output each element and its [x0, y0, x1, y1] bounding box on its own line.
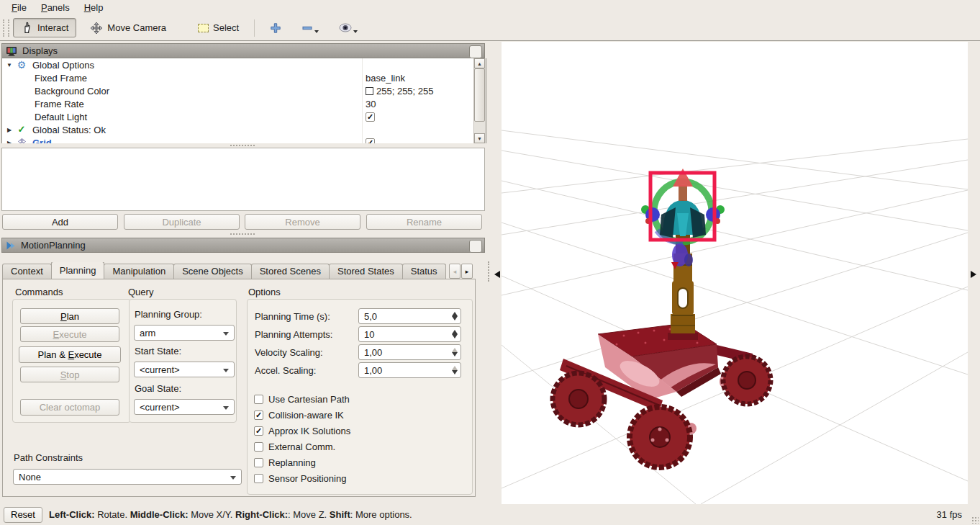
- collision-aware-ik-option[interactable]: Collision-aware IK: [254, 410, 344, 421]
- clear-octomap-button[interactable]: Clear octomap: [20, 399, 119, 416]
- frame-rate-value[interactable]: 30: [366, 97, 376, 110]
- tab-context[interactable]: Context: [2, 264, 52, 279]
- expander-right-icon[interactable]: ▶: [6, 127, 13, 133]
- goal-state-dropdown[interactable]: <current>: [134, 399, 235, 415]
- splitter-handle[interactable]: [230, 145, 255, 146]
- remove-display-button[interactable]: Remove: [245, 214, 360, 230]
- resize-grip[interactable]: [971, 516, 979, 524]
- dock-splitter-handle[interactable]: [488, 261, 489, 282]
- chevron-down-icon: [314, 30, 319, 33]
- reset-button[interactable]: Reset: [4, 507, 42, 523]
- menu-help[interactable]: Help: [77, 1, 111, 14]
- tree-row-default-light[interactable]: Default Light: [2, 110, 486, 123]
- zoom-in-tool-button[interactable]: [262, 18, 289, 37]
- velocity-scaling-value: 1,00: [364, 347, 382, 358]
- plan-button[interactable]: Plan: [20, 308, 119, 324]
- tab-manipulation[interactable]: Manipulation: [104, 264, 174, 279]
- scrollbar-thumb[interactable]: [474, 68, 485, 122]
- path-constraints-dropdown[interactable]: None: [13, 469, 242, 485]
- expander-right-icon[interactable]: ▶: [6, 140, 13, 144]
- use-cartesian-path-option[interactable]: Use Cartesian Path: [254, 394, 350, 405]
- start-state-dropdown[interactable]: <current>: [134, 362, 235, 377]
- tree-row-background-color[interactable]: Background Color 255; 255; 255: [2, 84, 486, 97]
- stop-button[interactable]: Stop: [20, 367, 119, 382]
- tab-planning[interactable]: Planning: [51, 262, 105, 279]
- expander-down-icon[interactable]: ▼: [6, 62, 13, 68]
- tab-scroll-right-icon[interactable]: ▸: [461, 264, 473, 279]
- displays-panel-title: Displays: [22, 45, 58, 56]
- external-comm-checkbox[interactable]: [254, 442, 263, 452]
- focus-camera-tool-button[interactable]: [331, 18, 366, 37]
- tree-row-grid[interactable]: ▶ Grid: [2, 136, 486, 143]
- tab-scene-objects[interactable]: Scene Objects: [173, 264, 252, 279]
- default-light-checkbox[interactable]: [366, 112, 375, 122]
- sensor-positioning-option[interactable]: Sensor Positioning: [254, 473, 346, 484]
- move-camera-tool-label: Move Camera: [107, 22, 166, 33]
- add-display-button[interactable]: Add: [2, 214, 118, 230]
- tab-stored-scenes[interactable]: Stored Scenes: [251, 264, 330, 279]
- spin-down-icon[interactable]: [452, 370, 458, 374]
- collapse-left-icon[interactable]: [494, 271, 500, 278]
- replanning-option[interactable]: Replanning: [254, 457, 316, 468]
- external-comm-label: External Comm.: [268, 441, 335, 452]
- interactive-marker[interactable]: [641, 169, 725, 269]
- use-cartesian-path-checkbox[interactable]: [254, 395, 263, 404]
- velocity-scaling-spinbox[interactable]: 1,00: [358, 344, 461, 360]
- menu-file[interactable]: File: [4, 1, 34, 14]
- expand-right-icon[interactable]: [971, 271, 976, 278]
- menu-help-rest: elp: [91, 2, 103, 13]
- scroll-up-icon[interactable]: ▲: [474, 58, 485, 68]
- planning-group-dropdown[interactable]: arm: [134, 325, 235, 341]
- displays-panel-header[interactable]: Displays: [1, 43, 485, 58]
- path-constraints-heading: Path Constraints: [14, 452, 83, 463]
- scroll-down-icon[interactable]: ▼: [474, 133, 485, 143]
- replanning-checkbox[interactable]: [254, 458, 263, 467]
- motion-planning-panel-toggle-button[interactable]: [469, 240, 482, 253]
- zoom-out-tool-button[interactable]: [294, 18, 327, 37]
- menu-bar: File Panels Help: [0, 0, 980, 15]
- execute-button[interactable]: Execute: [20, 326, 119, 342]
- splitter-handle[interactable]: [230, 233, 255, 235]
- sensor-positioning-checkbox[interactable]: [254, 474, 263, 483]
- tree-row-global-status[interactable]: ▶ ✓ Global Status: Ok: [2, 123, 486, 136]
- approx-ik-solutions-option[interactable]: Approx IK Solutions: [254, 426, 350, 436]
- collision-aware-ik-checkbox[interactable]: [254, 410, 263, 420]
- interact-tool-label: Interact: [37, 22, 68, 33]
- background-color-value[interactable]: 255; 255; 255: [366, 84, 434, 97]
- plan-and-execute-button[interactable]: Plan & Execute: [19, 346, 121, 363]
- fixed-frame-value[interactable]: base_link: [366, 71, 405, 84]
- displays-tree: ▼ ⚙ Global Options Fixed Frame base_link…: [1, 58, 486, 143]
- planning-time-spinbox[interactable]: 5,0: [358, 308, 461, 324]
- tab-stored-states[interactable]: Stored States: [329, 264, 403, 279]
- duplicate-display-button[interactable]: Duplicate: [124, 214, 240, 230]
- spin-down-icon[interactable]: [452, 334, 458, 338]
- grid-checkbox[interactable]: [366, 138, 375, 144]
- spin-down-icon[interactable]: [452, 352, 458, 356]
- toolbar-drag-handle[interactable]: [3, 19, 9, 37]
- move-camera-tool-button[interactable]: Move Camera: [82, 18, 174, 37]
- select-tool-button[interactable]: Select: [190, 18, 247, 37]
- frame-rate-text: 30: [366, 99, 376, 109]
- tab-scroll-left-icon[interactable]: ◂: [449, 264, 460, 279]
- tree-row-fixed-frame[interactable]: Fixed Frame base_link: [2, 71, 486, 84]
- execute-label-accel: E: [53, 329, 60, 340]
- tree-scrollbar[interactable]: ▲ ▼: [473, 58, 486, 143]
- rename-display-button[interactable]: Rename: [366, 214, 482, 230]
- check-icon: ✓: [15, 124, 28, 135]
- grid-icon: [15, 137, 28, 144]
- spin-down-icon[interactable]: [452, 316, 458, 320]
- tree-row-label: Global Status: Ok: [32, 125, 106, 135]
- 3d-viewport[interactable]: [502, 42, 968, 504]
- planning-attempts-spinbox[interactable]: 10: [358, 326, 461, 342]
- external-comm-option[interactable]: External Comm.: [254, 441, 335, 452]
- menu-panels[interactable]: Panels: [34, 1, 77, 14]
- tree-row-frame-rate[interactable]: Frame Rate 30: [2, 97, 486, 110]
- interact-tool-button[interactable]: Interact: [13, 18, 76, 37]
- displays-panel-toggle-button[interactable]: [469, 45, 482, 58]
- accel-scaling-spinbox[interactable]: 1,00: [358, 362, 461, 378]
- planning-group-label: Planning Group:: [135, 309, 202, 320]
- tree-row-global-options[interactable]: ▼ ⚙ Global Options: [2, 58, 486, 71]
- approx-ik-solutions-checkbox[interactable]: [254, 426, 263, 436]
- motion-planning-panel-header[interactable]: MotionPlanning: [1, 238, 485, 253]
- tab-status[interactable]: Status: [402, 264, 446, 279]
